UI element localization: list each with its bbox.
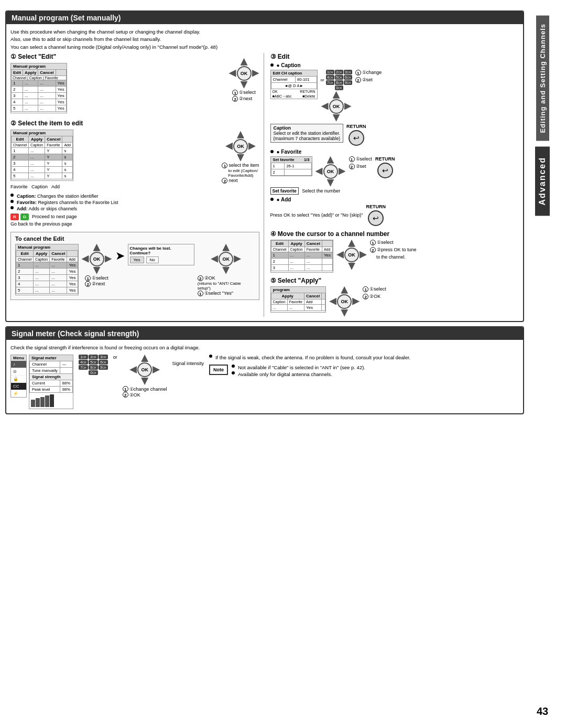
page-number: 43: [531, 700, 553, 723]
step3-section: ③ Edit ● Caption Edit CH caption: [270, 53, 519, 317]
to-cancel-table: EditApplyCancel ChannelCaptionFavoriteAd…: [16, 250, 78, 294]
ok-button-cancel[interactable]: OK: [90, 252, 104, 266]
sig-bullet-2: [232, 365, 235, 368]
nav-up[interactable]: [241, 58, 248, 66]
nav-right-sig[interactable]: [153, 366, 160, 373]
nav-left-sig[interactable]: [129, 366, 137, 373]
add-subsection: ● Add Press OK to select "Yes (add)" or …: [270, 197, 519, 226]
note-row: Note Not available if "Cable" is selecte…: [209, 365, 519, 377]
nav-up-cap[interactable]: [333, 91, 340, 99]
nav-right-2[interactable]: [248, 143, 256, 150]
nav-left-cancel2[interactable]: [211, 255, 218, 263]
nav-left-2[interactable]: [225, 143, 233, 150]
dialog-no[interactable]: No: [146, 256, 159, 263]
nav-left-4[interactable]: [336, 251, 344, 259]
nav-up-fav[interactable]: [327, 156, 334, 164]
signal-left: Menu ♪ ⊙ 🔒 CC ⚡ Signal meter Channel— Tu…: [10, 355, 73, 409]
nav-right-cancel2[interactable]: [234, 255, 241, 263]
fav-return-btn[interactable]: ↩: [377, 163, 393, 178]
nav-right-cancel[interactable]: [105, 255, 112, 263]
page-wrapper: Manual program (Set manually) Use this p…: [0, 0, 566, 728]
nav-down-2[interactable]: [237, 154, 244, 162]
nav-down-cancel2[interactable]: [222, 267, 230, 274]
nav-right-fav[interactable]: [339, 168, 346, 175]
caption-sub-title: ● Caption: [270, 62, 519, 68]
caption-nav-annotations: 1①change 2②set: [355, 70, 382, 83]
step5-annotations: 1①select 2②OK: [363, 286, 386, 299]
go-back-label: Go back to the previous page: [10, 221, 259, 227]
nav-up-sig[interactable]: [141, 355, 148, 362]
step4-title: ④ Move the cursor to a channel number: [270, 230, 519, 238]
signal-nav: OK 1①change channel 2②OK: [123, 355, 167, 398]
nav-down-sig[interactable]: [141, 378, 148, 385]
step1-nav: OK 1 ①select: [229, 58, 259, 102]
caption-keypad-nav: or 1CH 2CH 3CH 4CH 5CH 6CH: [321, 70, 352, 122]
to-cancel-nav-2: OK 2②OK (returns to "ANT/ Cable setup"): [198, 244, 255, 296]
step5-title: ⑤ Select "Apply": [270, 277, 519, 284]
menu-item-cc[interactable]: CC: [11, 383, 26, 390]
step1-table: Edit Apply Cancel Channel | Caption: [11, 69, 67, 112]
favorite-sub-title: ● Favorite: [270, 149, 519, 155]
nav-left-fav[interactable]: [315, 168, 323, 175]
add-return-btn[interactable]: ↩: [368, 210, 384, 226]
ok-btn-sig[interactable]: OK: [137, 362, 152, 377]
ok-btn-cap[interactable]: OK: [329, 99, 344, 114]
ok-btn-fav[interactable]: OK: [323, 164, 338, 179]
menu-item-lock[interactable]: 🔒: [11, 376, 26, 383]
advanced-label: Advanced: [535, 146, 550, 216]
signal-right: If the signal is weak, check the antenna…: [209, 355, 519, 377]
nav-down-4[interactable]: [348, 263, 355, 270]
nav-up-4[interactable]: [348, 240, 355, 247]
step2-nav-cluster: OK: [225, 131, 256, 162]
nav-left-cancel[interactable]: [82, 255, 89, 263]
to-cancel-annotations-1: 1①select 2②next: [85, 275, 108, 287]
menu-item-music[interactable]: ♪: [11, 361, 26, 368]
g-button[interactable]: G: [20, 213, 29, 220]
nav-up-2[interactable]: [237, 131, 244, 138]
nav-right-5[interactable]: [352, 298, 360, 305]
ok-button-2[interactable]: OK: [233, 139, 248, 154]
nav-right-4[interactable]: [360, 251, 367, 259]
signal-meter-title: Signal meter (Check signal strength): [6, 327, 523, 340]
r-button[interactable]: R: [10, 213, 19, 220]
step1-table-title: Manual program: [11, 63, 67, 69]
signal-annotations: 1①change channel 2②OK: [123, 386, 167, 398]
favorite-row: Set favorite 1/3 126-1 2: [270, 156, 519, 187]
to-cancel-annotations-2: 2②OK (returns to "ANT/ Cable setup") 1①s…: [198, 275, 255, 296]
step2-nav: OK 1 select the item: [222, 131, 259, 184]
nav-down-5[interactable]: [341, 309, 348, 317]
manual-program-intro: Use this procedure when changing the cha…: [10, 28, 519, 51]
step1-title: ① Select "Edit": [10, 53, 226, 60]
nav-left[interactable]: [229, 70, 236, 77]
bullet-favorite: [270, 150, 274, 153]
step5-table-wrap: program Apply Cancel CaptionFavoriteAdd: [270, 286, 326, 313]
rg-buttons-row: R G Proceed to next page: [10, 213, 259, 220]
signal-keypad-wrap: 1CH 2CH 3CH 4CH 5CH 6CH 7CH 8CH 9CH 0CH: [79, 355, 108, 375]
nav-up-cancel2[interactable]: [222, 244, 230, 251]
step2-row: Manual program EditApplyCancel ChannelCa…: [10, 129, 259, 189]
nav-right-cap[interactable]: [344, 103, 352, 110]
ok-btn-4[interactable]: OK: [344, 248, 359, 262]
menu-item-lightning[interactable]: ⚡: [11, 390, 26, 397]
menu-item-circle[interactable]: ⊙: [11, 368, 26, 376]
nav-up-5[interactable]: [341, 286, 348, 294]
bar-1: [31, 400, 35, 407]
ok-btn-5[interactable]: OK: [337, 294, 352, 309]
bar-3: [40, 397, 45, 407]
nav-up-cancel[interactable]: [93, 244, 101, 251]
nav-left-cap[interactable]: [321, 103, 329, 110]
bullet-icon: [10, 194, 14, 197]
nav-left-5[interactable]: [329, 298, 336, 305]
ok-button[interactable]: OK: [237, 66, 252, 81]
to-cancel-title: To cancel the Edit: [15, 235, 255, 242]
dialog-yes[interactable]: Yes: [130, 256, 144, 263]
nav-down-cap[interactable]: [333, 114, 340, 122]
caption-note-row: Caption Select or edit the station ident…: [270, 124, 519, 146]
ok-button-cancel2[interactable]: OK: [219, 252, 233, 266]
nav-down-fav[interactable]: [327, 179, 334, 187]
nav-right[interactable]: [252, 70, 259, 77]
manual-program-section: Manual program (Set manually) Use this p…: [5, 10, 524, 322]
nav-down-cancel[interactable]: [93, 267, 101, 274]
return-button[interactable]: ↩: [349, 130, 364, 146]
nav-down[interactable]: [241, 81, 248, 89]
